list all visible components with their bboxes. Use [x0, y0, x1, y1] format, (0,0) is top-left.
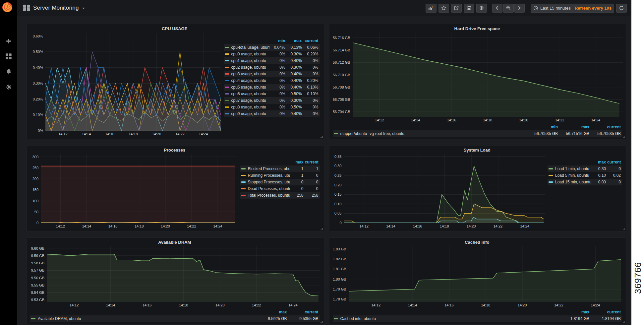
x-tick-label: 14:20	[161, 224, 170, 228]
legend-series-toggle[interactable]: cpu3 usage, ubuntu	[224, 72, 270, 76]
panel-resize-handle[interactable]	[623, 136, 625, 138]
x-tick-label: 14:22	[252, 303, 261, 307]
y-tick-label: 9.53 GB	[31, 298, 44, 302]
figure-number-label: 369766	[633, 262, 643, 294]
series-color-swatch	[334, 133, 338, 134]
chart-legend: maxcurrentBlocked Processes, ubuntu11Run…	[238, 154, 321, 229]
legend-column-header: min	[270, 38, 287, 43]
legend-column-header: current	[288, 310, 320, 314]
panel-resize-handle[interactable]	[623, 321, 625, 323]
x-tick-label: 14:24	[591, 118, 601, 122]
time-picker-button[interactable]: Last 15 minutes Refresh every 10s	[531, 4, 614, 13]
x-axis: 14:1214:1414:1614:1814:2014:2214:24	[41, 223, 238, 229]
y-tick-label: 1.79 GB	[333, 287, 346, 291]
legend-series-toggle[interactable]: Total Processes, ubuntu	[240, 193, 290, 198]
panel-title[interactable]: Cached info	[331, 239, 623, 246]
chart-plot-area[interactable]	[344, 154, 545, 223]
legend-series-toggle[interactable]: Load 5 min, ubuntu	[548, 173, 592, 178]
legend-series-toggle[interactable]: cpu0 usage, ubuntu	[224, 52, 270, 56]
time-back-button[interactable]	[492, 4, 502, 13]
legend-stat-value: 0.03	[592, 180, 607, 184]
panel-resize-handle[interactable]	[623, 228, 625, 230]
legend-stat-value: 0%	[270, 92, 287, 96]
legend-series-toggle[interactable]: Dead Processes, ubuntu	[240, 186, 290, 191]
grafana-logo[interactable]	[0, 0, 15, 15]
legend-series-toggle[interactable]: Available DRAM, ubuntu	[30, 316, 257, 321]
panel-resize-handle[interactable]	[321, 228, 323, 230]
alerting-bell-icon[interactable]	[5, 68, 13, 76]
panel-resize-handle[interactable]	[321, 136, 323, 138]
legend-series-toggle[interactable]: cpu7 usage, ubuntu	[224, 98, 270, 103]
time-forward-button[interactable]	[514, 4, 525, 13]
star-button[interactable]	[439, 4, 449, 13]
x-tick-label: 14:22	[175, 132, 185, 136]
chart-plot-area[interactable]	[349, 246, 623, 302]
series-color-swatch	[225, 60, 229, 61]
grafana-flame-icon	[1, 1, 13, 13]
legend-row: cpu9 usage, ubuntu0%0.40%0%	[224, 110, 320, 117]
chart-plot-area[interactable]	[47, 246, 321, 302]
legend-series-toggle[interactable]: Blocked Processes, ubuntu	[240, 166, 290, 171]
chart-plot-area[interactable]	[45, 33, 221, 131]
dashboards-grid-icon[interactable]	[5, 52, 13, 60]
x-tick-label: 14:14	[106, 303, 115, 307]
legend-stat-value: 0.40%	[287, 78, 303, 83]
y-tick-label: 9.59 GB	[31, 254, 44, 258]
legend-series-toggle[interactable]: cpu2 usage, ubuntu	[224, 65, 270, 70]
y-tick-label: 9.60 GB	[31, 246, 44, 250]
legend-series-toggle[interactable]: cpu9 usage, ubuntu	[224, 111, 270, 116]
series-color-swatch	[241, 168, 246, 169]
legend-series-toggle[interactable]: Running Processes, ubuntu	[240, 173, 290, 178]
y-tick-label: 0.35	[334, 155, 341, 159]
panel-title[interactable]: Hard Drive Free space	[331, 26, 623, 33]
legend-row: mapper/ubuntu--vg-root free, ubuntu56.70…	[333, 130, 622, 137]
zoom-out-button[interactable]	[503, 4, 514, 13]
x-tick-label: 14:18	[483, 118, 492, 122]
add-plus-icon[interactable]	[5, 37, 13, 45]
legend-series-toggle[interactable]: cpu6 usage, ubuntu	[224, 92, 270, 96]
legend-stat-value: 0%	[270, 72, 287, 76]
panel-title[interactable]: Available DRAM	[29, 239, 321, 246]
legend-row: cpu8 usage, ubuntu0%0.50%0%	[224, 104, 320, 110]
legend-stat-value: 0.10%	[303, 85, 320, 90]
legend-series-name: mapper/ubuntu--vg-root free, ubuntu	[340, 131, 404, 136]
settings-gear-icon[interactable]	[5, 83, 13, 91]
x-tick-label: 14:20	[518, 303, 527, 307]
chart-plot-area[interactable]	[353, 33, 623, 117]
legend-row: Load 15 min, ubuntu0.030	[548, 179, 622, 185]
legend-series-toggle[interactable]: cpu5 usage, ubuntu	[224, 85, 270, 90]
legend-series-toggle[interactable]: Load 15 min, ubuntu	[548, 180, 592, 184]
y-tick-label: 0%	[38, 129, 43, 133]
panel-title[interactable]: CPU USAGE	[29, 26, 321, 33]
legend-row: cpu7 usage, ubuntu0%0.30%0%	[224, 97, 320, 104]
legend-series-toggle[interactable]: mapper/ubuntu--vg-root free, ubuntu	[333, 131, 528, 136]
series-color-swatch	[225, 73, 229, 75]
refresh-button[interactable]	[616, 4, 627, 13]
legend-series-toggle[interactable]: Stopped Processes, ubuntu	[240, 180, 290, 184]
panel-title[interactable]: Processes	[29, 147, 321, 154]
panel-settings-button[interactable]	[476, 4, 487, 13]
legend-stat-value: 9.5925 GB	[257, 316, 288, 321]
panel-hard-drive-free-space: Hard Drive Free space 56.704 GB56.706 GB…	[329, 24, 627, 139]
series-color-swatch	[225, 93, 229, 95]
legend-series-toggle[interactable]: cpu-total usage, ubuntu	[224, 45, 270, 50]
panel-resize-handle[interactable]	[321, 321, 323, 323]
dashboard-picker[interactable]: Server Monitoring	[23, 5, 85, 11]
y-tick-label: 56.710 GB	[333, 73, 350, 77]
legend-series-toggle[interactable]: cpu4 usage, ubuntu	[224, 78, 270, 83]
legend-row: Running Processes, ubuntu10	[240, 172, 320, 179]
x-tick-label: 14:16	[143, 303, 152, 307]
share-button[interactable]	[451, 4, 462, 13]
legend-series-toggle[interactable]: cpu8 usage, ubuntu	[224, 105, 270, 109]
add-panel-button[interactable]	[426, 4, 437, 13]
panel-title[interactable]: System Load	[331, 147, 623, 154]
save-button[interactable]	[464, 4, 474, 13]
chart-plot-area[interactable]	[41, 154, 238, 223]
x-tick-label: 14:20	[467, 224, 476, 228]
legend-series-toggle[interactable]: cpu1 usage, ubuntu	[224, 58, 270, 63]
legend-series-toggle[interactable]: Load 1 min, ubuntu	[548, 166, 592, 171]
legend-series-toggle[interactable]: Cached info, ubuntu	[333, 316, 559, 321]
y-tick-label: 56.706 GB	[333, 98, 350, 101]
legend-stat-value: 1	[305, 166, 320, 171]
y-tick-label: 56.712 GB	[333, 60, 350, 64]
